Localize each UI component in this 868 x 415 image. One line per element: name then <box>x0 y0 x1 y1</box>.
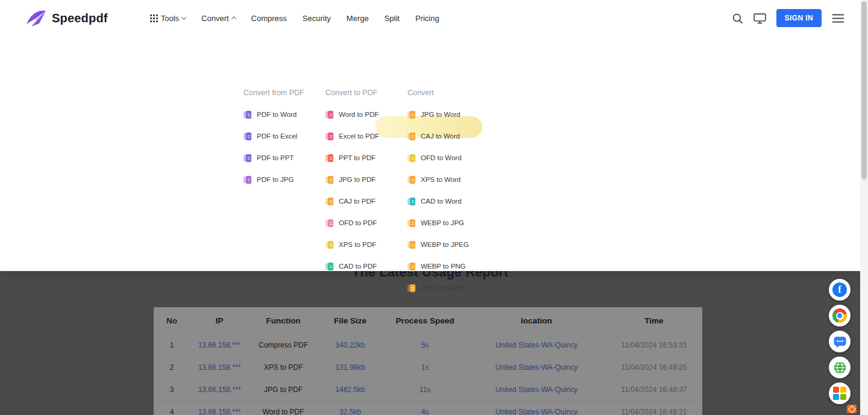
file-icon <box>407 284 415 292</box>
nav-label: Merge <box>347 14 369 23</box>
messenger-icon <box>833 335 847 349</box>
menu-item-pdf-to-jpg[interactable]: PDF to JPG <box>244 169 328 190</box>
file-icon <box>407 198 415 205</box>
grid-icon <box>150 14 158 22</box>
menu-item-label: WEBP to PNG <box>421 263 466 270</box>
menu-item-label: XPS to Word <box>421 176 461 183</box>
search-icon[interactable] <box>732 13 743 24</box>
menu-item-ppt-to-pdf[interactable]: PPT to PDF <box>326 147 410 169</box>
menu-item-webp-to-jpeg[interactable]: WEBP to JPEG <box>407 234 492 255</box>
chevron-down-icon <box>181 14 186 19</box>
globe-button[interactable] <box>829 357 851 378</box>
nav-label: Convert <box>201 14 229 23</box>
globe-icon <box>833 361 847 375</box>
main-nav: Tools Convert Compress Security Merge Sp… <box>150 14 439 23</box>
menu-item-pdf-to-excel[interactable]: PDF to Excel <box>244 125 328 147</box>
menu-item-jpg-to-word[interactable]: JPG to Word <box>407 104 492 125</box>
menu-item-label: JPG to Word <box>421 111 461 118</box>
menu-item-excel-to-pdf[interactable]: Excel to PDF <box>326 125 410 147</box>
file-icon <box>244 154 251 162</box>
menu-column-title: Convert from PDF <box>244 87 328 99</box>
file-icon <box>326 154 333 162</box>
file-icon <box>326 133 333 140</box>
file-icon <box>326 219 333 227</box>
logo-icon <box>25 8 47 28</box>
menu-item-xps-to-pdf[interactable]: XPS to PDF <box>326 234 410 255</box>
page: The Latest Usage Report No IP Function F… <box>0 0 868 415</box>
menu-item-label: JPG to WEBP <box>421 284 464 292</box>
file-icon <box>407 176 415 184</box>
chevron-up-icon <box>231 16 236 21</box>
nav-tools[interactable]: Tools <box>150 14 186 23</box>
menu-item-label: CAD to Word <box>421 198 462 205</box>
file-icon <box>326 241 333 249</box>
menu-column-convert-to-pdf: Convert to PDF Word to PDF Excel to PDF … <box>326 87 410 277</box>
app-grid-icon <box>833 387 846 400</box>
menu-item-label: XPS to PDF <box>339 241 376 248</box>
page-scrollbar[interactable] <box>860 0 868 415</box>
menu-item-label: WEBP to JPEG <box>421 241 469 248</box>
nav-security[interactable]: Security <box>303 14 331 23</box>
menu-item-label: PDF to JPG <box>257 176 294 183</box>
menu-item-cad-to-word[interactable]: CAD to Word <box>407 190 492 212</box>
nav-split[interactable]: Split <box>385 14 400 23</box>
nav-pricing[interactable]: Pricing <box>415 14 439 23</box>
menu-item-label: WEBP to JPG <box>421 219 464 226</box>
brand[interactable]: Speedpdf <box>25 8 108 28</box>
menu-item-caj-to-word[interactable]: CAJ to Word <box>407 125 492 147</box>
nav-merge[interactable]: Merge <box>347 14 369 23</box>
chrome-icon <box>832 308 847 323</box>
chrome-button[interactable] <box>829 305 851 326</box>
menu-item-xps-to-word[interactable]: XPS to Word <box>407 169 492 190</box>
menu-item-label: JPG to PDF <box>339 176 376 183</box>
menu-item-ofd-to-pdf[interactable]: OFD to PDF <box>326 212 410 234</box>
file-icon <box>407 263 415 270</box>
menu-column-convert: Convert JPG to Word CAJ to Word OFD to W… <box>407 87 492 299</box>
header-actions: SIGN IN <box>732 9 844 27</box>
app-grid-button[interactable] <box>829 382 851 404</box>
nav-label: Split <box>385 14 400 23</box>
nav-compress[interactable]: Compress <box>251 14 287 23</box>
brand-name: Speedpdf <box>52 11 108 25</box>
menu-item-label: OFD to PDF <box>339 219 377 226</box>
menu-item-jpg-to-webp[interactable]: JPG to WEBP <box>407 277 492 299</box>
file-icon <box>407 133 415 140</box>
notification-chip-icon[interactable] <box>847 405 857 413</box>
file-icon <box>326 176 333 184</box>
menu-item-label: Excel to PDF <box>339 133 379 140</box>
hamburger-menu-icon[interactable] <box>832 14 844 23</box>
file-icon <box>407 111 415 119</box>
nav-label: Security <box>303 14 331 23</box>
nav-label: Tools <box>161 14 179 23</box>
menu-item-word-to-pdf[interactable]: Word to PDF <box>326 104 410 125</box>
menu-item-label: PDF to Word <box>257 111 297 118</box>
nav-label: Compress <box>251 14 287 23</box>
convert-mega-menu: Convert from PDF PDF to Word PDF to Exce… <box>0 36 860 271</box>
chat-button[interactable] <box>829 331 851 352</box>
menu-item-webp-to-png[interactable]: WEBP to PNG <box>407 255 492 277</box>
file-icon <box>326 263 333 270</box>
facebook-button[interactable]: f <box>829 279 851 301</box>
file-icon <box>407 241 415 249</box>
menu-item-label: CAJ to Word <box>421 133 460 140</box>
menu-item-caj-to-pdf[interactable]: CAJ to PDF <box>326 190 410 212</box>
file-icon <box>326 198 333 205</box>
sign-in-button[interactable]: SIGN IN <box>776 9 822 27</box>
menu-item-cad-to-pdf[interactable]: CAD to PDF <box>326 255 410 277</box>
top-nav: Speedpdf Tools Convert Compress Security… <box>0 0 860 36</box>
menu-item-label: PDF to PPT <box>257 154 294 161</box>
nav-convert[interactable]: Convert <box>201 14 236 23</box>
file-icon <box>244 111 251 119</box>
file-icon <box>244 176 251 184</box>
monitor-icon[interactable] <box>753 13 766 24</box>
facebook-icon: f <box>832 282 847 297</box>
scrollbar-thumb[interactable] <box>861 1 867 179</box>
menu-item-label: PDF to Excel <box>257 133 297 140</box>
menu-column-convert-from-pdf: Convert from PDF PDF to Word PDF to Exce… <box>244 87 328 190</box>
menu-item-ofd-to-word[interactable]: OFD to Word <box>407 147 492 169</box>
menu-item-jpg-to-pdf[interactable]: JPG to PDF <box>326 169 410 190</box>
menu-column-title: Convert to PDF <box>326 87 410 99</box>
menu-item-webp-to-jpg[interactable]: WEBP to JPG <box>407 212 492 234</box>
menu-item-pdf-to-ppt[interactable]: PDF to PPT <box>244 147 328 169</box>
menu-item-pdf-to-word[interactable]: PDF to Word <box>244 104 328 125</box>
